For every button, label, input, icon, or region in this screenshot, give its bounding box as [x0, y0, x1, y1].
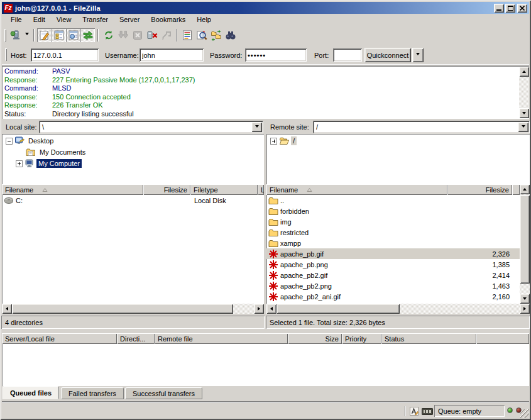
menu-transfer[interactable]: Transfer [77, 14, 114, 25]
column-filename[interactable]: Filename [2, 184, 143, 195]
scroll-up-button[interactable] [520, 184, 530, 194]
process-queue-button[interactable] [116, 28, 130, 42]
collapse-expander[interactable] [6, 138, 13, 145]
message-log[interactable]: Command:PASV Response:227 Entering Passi… [2, 66, 529, 119]
tree-item-root[interactable]: / [266, 135, 530, 146]
scroll-right-button[interactable] [520, 304, 530, 314]
remote-site-combo[interactable]: / [313, 121, 530, 133]
remote-tree: / [266, 134, 530, 184]
reconnect-button[interactable] [159, 28, 173, 42]
host-input[interactable] [31, 48, 99, 62]
toggle-message-log-button[interactable] [37, 28, 52, 42]
filezilla-window: Fz john@127.0.0.1 - FileZilla File Edit … [0, 0, 531, 420]
expand-expander[interactable] [270, 138, 277, 145]
menu-bookmarks[interactable]: Bookmarks [145, 14, 191, 25]
scroll-down-button[interactable] [520, 294, 530, 304]
menu-view[interactable]: View [51, 14, 77, 25]
quickconnect-button[interactable]: Quickconnect [364, 48, 411, 62]
ascii-data-type-indicator[interactable] [409, 406, 419, 416]
maximize-button[interactable] [505, 4, 515, 13]
toggle-local-tree-button[interactable] [52, 28, 66, 42]
scroll-right-button[interactable] [254, 304, 264, 314]
log-line: Command:MLSD [4, 84, 517, 93]
site-manager-button[interactable] [8, 28, 23, 42]
toolbar-grip[interactable] [4, 29, 6, 41]
remote-file-row-selected[interactable]: apache_pb.gif 2,326 [266, 248, 520, 259]
remote-file-row[interactable]: restricted [266, 227, 520, 238]
column-filename[interactable]: Filename [266, 184, 447, 195]
local-site-dropdown-button[interactable] [251, 122, 262, 132]
find-files-button[interactable] [223, 28, 238, 42]
scroll-up-button[interactable] [519, 67, 529, 77]
username-input[interactable] [140, 48, 204, 62]
column-size[interactable]: Size [288, 333, 342, 344]
column-remote-file[interactable]: Remote file [155, 333, 288, 344]
desktop-icon [14, 136, 25, 146]
file-name: apache_pb2.png [280, 282, 441, 290]
disconnect-button[interactable] [145, 28, 159, 42]
port-input[interactable] [333, 48, 362, 62]
menu-file[interactable]: File [5, 14, 28, 25]
toggle-remote-tree-button[interactable] [66, 28, 80, 42]
minimize-button[interactable] [494, 4, 504, 13]
remote-file-row[interactable]: apache_pb2_ani.gif 2,160 [266, 291, 520, 302]
remote-file-row[interactable]: img [266, 216, 520, 227]
tree-item-desktop[interactable]: Desktop [2, 135, 264, 146]
scrollbar-thumb[interactable] [276, 304, 400, 314]
tree-item-my-documents[interactable]: My Documents [2, 146, 264, 158]
scroll-down-button[interactable] [519, 108, 529, 118]
toggle-transfer-queue-button[interactable] [80, 28, 95, 42]
remote-file-row[interactable]: forbidden [266, 206, 520, 216]
site-manager-dropdown-button[interactable] [23, 28, 31, 42]
quickconnect-grip[interactable] [5, 48, 7, 61]
remote-file-row[interactable]: apache_pb.png 1,385 [266, 259, 520, 270]
column-priority[interactable]: Priority [342, 333, 381, 344]
log-scrollbar[interactable] [519, 67, 529, 118]
remote-vertical-scrollbar[interactable] [520, 184, 530, 304]
remote-file-row[interactable]: apache_pb2.gif 2,414 [266, 270, 520, 280]
directory-comparison-icon [196, 30, 207, 41]
tab-queued-files[interactable]: Queued files [3, 386, 59, 399]
expand-expander[interactable] [16, 160, 23, 167]
local-status-text: 4 directories [5, 319, 43, 326]
column-direction[interactable]: Directi... [117, 333, 155, 344]
cancel-operation-button[interactable] [130, 28, 145, 42]
column-filesize[interactable]: Filesize [447, 184, 512, 195]
window-resize-grip[interactable] [520, 409, 529, 418]
column-server-local-file[interactable]: Server/Local file [2, 333, 117, 344]
log-line: Response:150 Connection accepted [4, 93, 517, 102]
directory-comparison-button[interactable] [194, 28, 209, 42]
tree-item-my-computer[interactable]: My Computer [2, 158, 264, 169]
tab-successful-transfers[interactable]: Successful transfers [125, 387, 202, 399]
scroll-left-button[interactable] [2, 304, 12, 314]
tab-failed-transfers[interactable]: Failed transfers [61, 387, 124, 399]
menu-help[interactable]: Help [191, 14, 217, 25]
local-site-combo[interactable]: \ [39, 121, 263, 133]
menu-server[interactable]: Server [114, 14, 145, 25]
synchronized-browsing-button[interactable] [209, 28, 223, 42]
quickconnect-dropdown-button[interactable] [412, 48, 424, 62]
file-size: 2,326 [441, 250, 510, 258]
close-button[interactable] [517, 4, 527, 13]
column-last-modified[interactable]: L [258, 184, 264, 195]
speed-limit-indicator-icon[interactable] [422, 408, 433, 415]
scrollbar-thumb[interactable] [12, 304, 233, 314]
column-filesize[interactable]: Filesize [143, 184, 190, 195]
scrollbar-thumb[interactable] [520, 195, 530, 284]
title-bar[interactable]: Fz john@127.0.0.1 - FileZilla [2, 2, 529, 14]
remote-site-dropdown-button[interactable] [518, 122, 528, 132]
local-disk-icon [4, 196, 14, 206]
remote-file-row[interactable]: .. [266, 195, 520, 206]
column-filetype[interactable]: Filetype [190, 184, 258, 195]
local-horizontal-scrollbar[interactable] [2, 304, 264, 314]
password-input[interactable] [245, 48, 307, 62]
remote-horizontal-scrollbar[interactable] [266, 304, 530, 314]
remote-file-row[interactable]: xampp [266, 238, 520, 248]
menu-edit[interactable]: Edit [28, 14, 51, 25]
scroll-left-button[interactable] [266, 304, 276, 314]
column-status[interactable]: Status [381, 333, 476, 344]
local-file-row[interactable]: C: Local Disk [2, 195, 264, 206]
remote-file-row[interactable]: apache_pb2.png 1,463 [266, 280, 520, 291]
refresh-button[interactable] [101, 28, 116, 42]
filename-filters-button[interactable] [180, 28, 194, 42]
